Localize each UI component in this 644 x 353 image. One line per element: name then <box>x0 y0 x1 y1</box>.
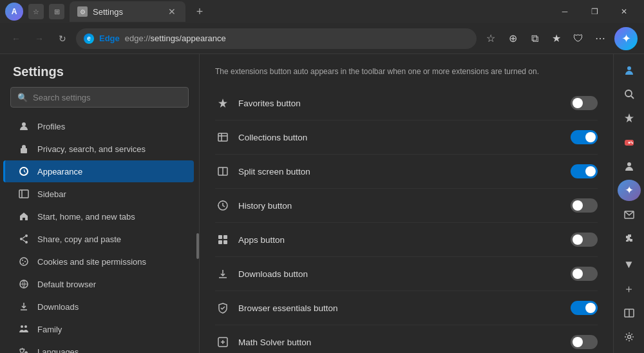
forward-button[interactable]: → <box>30 29 49 48</box>
right-panel-splitscreen-icon[interactable] <box>618 302 641 323</box>
sidebar-item-family[interactable]: Family <box>5 318 194 340</box>
sidebar-scrollbar[interactable] <box>196 233 199 259</box>
search-input[interactable] <box>33 93 182 102</box>
back-button[interactable]: ← <box>6 29 26 48</box>
svg-point-12 <box>24 261 26 262</box>
sidebar-item-privacy[interactable]: Privacy, search, and services <box>5 138 194 160</box>
family-icon <box>18 323 30 335</box>
svg-line-9 <box>23 240 25 242</box>
sidebar-title: Settings <box>0 64 199 87</box>
favorites-sidebar-icon[interactable]: ☆ <box>28 4 44 19</box>
main-area: Settings 🔍 Profiles Privacy, search, and… <box>0 54 644 353</box>
window-controls: ─ ❒ ✕ <box>550 0 639 23</box>
svg-rect-19 <box>218 133 227 141</box>
browser-essentials-icon[interactable]: 🛡 <box>568 28 589 49</box>
math-solver-button-toggle[interactable] <box>571 335 598 349</box>
share-icon <box>18 233 30 245</box>
tab-favicon: ⚙ <box>77 6 88 17</box>
sidebar-item-default-browser[interactable]: Default browser <box>5 273 194 295</box>
setting-row-browser-essentials-button: Browser essentials button <box>215 291 598 325</box>
math-solver-button-label: Math Solver button <box>238 338 563 347</box>
star-icon[interactable]: ☆ <box>480 28 501 49</box>
downloads-button-toggle[interactable] <box>571 267 598 281</box>
tab-close-button[interactable]: ✕ <box>166 6 178 17</box>
close-button[interactable]: ✕ <box>609 0 639 23</box>
sidebar-item-appearance-label: Appearance <box>37 167 82 176</box>
right-panel-arrow-down-icon[interactable]: ▼ <box>618 254 641 276</box>
right-panel-outlook-icon[interactable] <box>618 204 641 225</box>
languages-icon <box>18 346 30 353</box>
privacy-icon <box>18 143 30 155</box>
sidebar-item-cookies[interactable]: Cookies and site permissions <box>5 251 194 272</box>
right-panel-user-icon[interactable] <box>618 59 641 81</box>
split-screen-icon[interactable]: ⧉ <box>524 28 545 49</box>
svg-rect-26 <box>223 235 227 239</box>
svg-point-15 <box>21 325 23 328</box>
history-button-toggle[interactable] <box>571 198 598 213</box>
right-panel-settings-icon[interactable] <box>618 327 641 348</box>
sidebar-item-downloads[interactable]: Downloads <box>5 296 194 318</box>
setting-row-history-button: History button <box>215 189 598 223</box>
right-panel-extensions-icon[interactable] <box>618 227 641 249</box>
new-tab-button[interactable]: + <box>191 3 209 21</box>
svg-point-34 <box>625 90 632 97</box>
right-panel-search-icon[interactable] <box>618 83 641 104</box>
browser-essentials-button-toggle[interactable] <box>571 301 598 315</box>
address-field[interactable]: e Edge edge://settings/appearance <box>76 28 477 49</box>
sidebar-item-downloads-label: Downloads <box>37 302 79 312</box>
setting-row-apps-button: Apps button <box>215 223 598 257</box>
sidebar-item-languages[interactable]: Languages <box>5 341 194 353</box>
apps-button-label: Apps button <box>238 235 563 245</box>
svg-point-6 <box>20 238 23 240</box>
right-panel-profile-icon[interactable] <box>618 155 641 176</box>
svg-point-41 <box>627 162 631 166</box>
apps-button-toggle[interactable] <box>571 233 598 247</box>
profile-avatar[interactable]: A <box>5 3 23 21</box>
setting-row-collections-button: Collections button <box>215 120 598 155</box>
split-screen-button-label: Split screen button <box>238 167 563 176</box>
right-panel: ✦ ▼ ＋ <box>613 54 644 353</box>
refresh-button[interactable]: ↻ <box>53 29 72 48</box>
toolbar-icons: ☆ ⊕ ⧉ ★ 🛡 ⋯ <box>480 28 611 49</box>
svg-point-45 <box>627 336 630 339</box>
downloads-icon <box>18 301 30 312</box>
split-screen-button-toggle[interactable] <box>571 164 598 178</box>
sidebar-item-share-copy[interactable]: Share, copy and paste <box>5 228 194 250</box>
settings-tab[interactable]: ⚙ Settings ✕ <box>70 1 185 22</box>
svg-point-39 <box>630 141 632 142</box>
svg-point-0 <box>22 122 26 126</box>
sidebar-item-privacy-label: Privacy, search, and services <box>37 144 146 154</box>
address-bar: ← → ↻ e Edge edge://settings/appearance … <box>0 23 644 54</box>
browser-history-icon[interactable]: ⊞ <box>49 4 64 19</box>
svg-rect-27 <box>218 240 222 244</box>
restore-button[interactable]: ❒ <box>580 0 609 23</box>
svg-line-35 <box>631 96 634 99</box>
sidebar-item-sidebar[interactable]: Sidebar <box>5 183 194 205</box>
right-panel-copilot-icon[interactable]: ✦ <box>618 180 641 201</box>
sidebar-item-start-home-label: Start, home, and new tabs <box>37 212 135 222</box>
right-panel-favorites-icon[interactable] <box>618 108 641 129</box>
svg-rect-28 <box>223 240 227 244</box>
extensions-icon[interactable]: ⊕ <box>502 28 523 49</box>
home-icon <box>18 211 30 222</box>
favorites-icon[interactable]: ★ <box>546 28 567 49</box>
downloads-button-icon <box>215 266 231 281</box>
sidebar-item-appearance[interactable]: Appearance <box>3 160 194 182</box>
browser-essentials-button-icon <box>215 300 231 316</box>
right-panel-new-icon[interactable]: ＋ <box>618 278 641 300</box>
sidebar-item-profiles-label: Profiles <box>37 122 65 131</box>
sidebar-item-profiles[interactable]: Profiles <box>5 115 194 137</box>
collections-button-toggle[interactable] <box>571 130 598 144</box>
favorites-button-toggle[interactable] <box>571 96 598 110</box>
more-actions-icon[interactable]: ⋯ <box>590 28 611 49</box>
sidebar-item-start-home[interactable]: Start, home, and new tabs <box>5 205 194 227</box>
right-panel-games-icon[interactable] <box>618 131 641 153</box>
sidebar-item-sidebar-label: Sidebar <box>37 189 66 199</box>
appearance-icon <box>18 166 30 177</box>
copilot-button[interactable]: ✦ <box>614 27 638 50</box>
edge-logo-icon: e <box>84 33 94 44</box>
svg-point-11 <box>22 260 23 261</box>
minimize-button[interactable]: ─ <box>550 0 580 23</box>
search-box[interactable]: 🔍 <box>10 87 189 108</box>
svg-rect-3 <box>19 190 28 198</box>
